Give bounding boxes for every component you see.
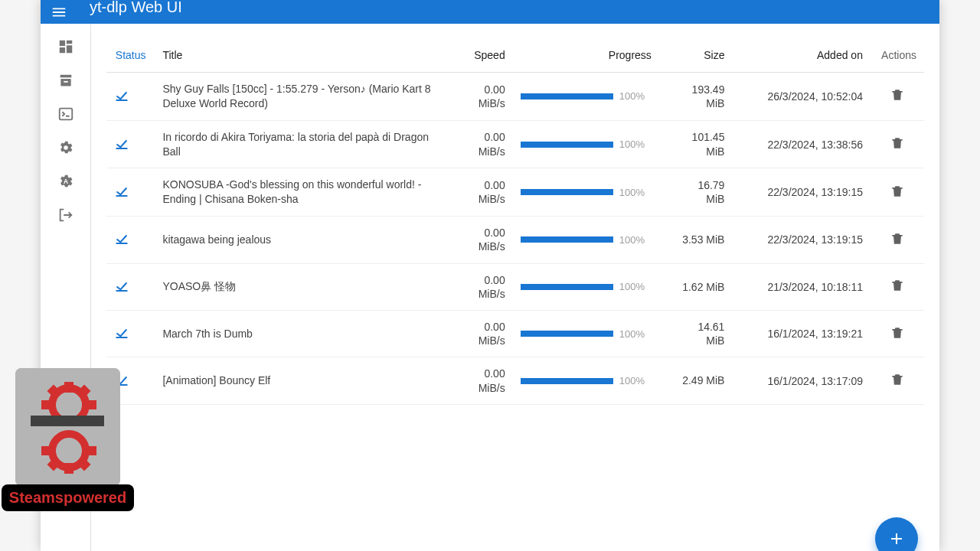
row-title: March 7th is Dumb (155, 310, 447, 357)
app-window: yt-dlp Web UI A (41, 0, 939, 551)
delete-button[interactable] (890, 278, 905, 293)
delete-button[interactable] (890, 325, 905, 341)
delete-button[interactable] (890, 135, 905, 151)
row-added: 26/3/2024, 10:52:04 (732, 72, 871, 120)
svg-rect-10 (31, 416, 104, 426)
table-row: Shy Guy Falls [150cc] - 1:55.279 - Yerso… (106, 72, 924, 120)
row-speed: 0.00MiB/s (448, 72, 513, 120)
terminal-icon (57, 106, 74, 122)
sidebar-item-settings[interactable] (57, 139, 75, 157)
table-row: YOASO鼻 怪物0.00MiB/s100%1.62 MiB21/3/2024,… (106, 263, 924, 310)
progress-pct: 100% (619, 375, 652, 386)
col-speed: Speed (448, 39, 513, 72)
col-status: Status (106, 39, 155, 72)
progress: 100% (521, 328, 652, 340)
sidebar-item-dashboard[interactable] (57, 37, 75, 56)
delete-button[interactable] (890, 372, 905, 387)
progress-pct: 100% (619, 187, 652, 198)
done-icon (114, 184, 147, 200)
row-added: 22/3/2024, 13:19:15 (732, 217, 871, 263)
row-size: 3.53 MiB (659, 217, 733, 263)
settings-icon (57, 139, 74, 156)
row-size: 101.45MiB (659, 120, 733, 168)
sidebar-item-archive[interactable] (57, 71, 75, 90)
main: Status Title Speed Progress Size Added o… (91, 24, 939, 551)
sidebar-item-terminal[interactable] (57, 105, 75, 123)
titlebar: yt-dlp Web UI (41, 0, 939, 24)
logout-icon (57, 207, 74, 223)
progress: 100% (521, 234, 652, 246)
row-title: In ricordo di Akira Toriyama: la storia … (155, 120, 447, 168)
table-row: KONOSUBA -God's blessing on this wonderf… (106, 168, 924, 217)
row-speed: 0.00MiB/s (448, 217, 513, 263)
row-speed: 0.00MiB/s (448, 168, 513, 217)
row-added: 16/1/2024, 13:19:21 (732, 310, 871, 357)
row-added: 21/3/2024, 10:18:11 (732, 263, 871, 310)
col-title: Title (155, 39, 447, 72)
progress: 100% (521, 187, 652, 198)
progress-pct: 100% (619, 328, 652, 340)
row-speed: 0.00MiB/s (448, 120, 513, 168)
progress: 100% (521, 90, 652, 102)
table-row: [Animation] Bouncy Elf0.00MiB/s100%2.49 … (106, 357, 924, 404)
svg-rect-0 (64, 81, 68, 83)
row-added: 16/1/2024, 13:17:09 (732, 357, 871, 404)
sidebar-item-auto[interactable]: A (57, 172, 75, 191)
hamburger-icon (51, 4, 67, 21)
plus-icon (887, 530, 906, 548)
svg-rect-13 (86, 446, 96, 455)
row-size: 193.49MiB (659, 72, 733, 120)
row-speed: 0.00MiB/s (448, 310, 513, 357)
row-speed: 0.00MiB/s (448, 263, 513, 310)
row-size: 1.62 MiB (659, 263, 733, 310)
row-size: 16.79MiB (659, 168, 733, 217)
progress: 100% (521, 139, 652, 150)
table-row: kitagawa being jealous0.00MiB/s100%3.53 … (106, 217, 924, 263)
row-added: 22/3/2024, 13:19:15 (732, 168, 871, 217)
watermark-label: Steamspowered (2, 484, 134, 511)
downloads-table: Status Title Speed Progress Size Added o… (106, 39, 924, 405)
menu-button[interactable] (50, 3, 68, 21)
row-size: 2.49 MiB (659, 357, 733, 404)
progress-pct: 100% (619, 234, 652, 246)
progress-pct: 100% (619, 281, 652, 292)
delete-button[interactable] (890, 184, 905, 199)
delete-button[interactable] (890, 87, 905, 103)
gear-logo-icon (15, 368, 120, 486)
progress: 100% (521, 281, 652, 292)
archive-icon (57, 72, 74, 89)
row-speed: 0.00MiB/s (448, 357, 513, 404)
svg-rect-12 (64, 463, 74, 474)
watermark: Steamspowered (15, 368, 120, 511)
table-row: March 7th is Dumb0.00MiB/s100%14.61MiB16… (106, 310, 924, 357)
svg-rect-6 (86, 400, 96, 409)
row-added: 22/3/2024, 13:38:56 (732, 120, 871, 168)
row-title: Shy Guy Falls [150cc] - 1:55.279 - Yerso… (155, 72, 447, 120)
col-size: Size (659, 39, 733, 72)
auto-settings-icon: A (57, 173, 74, 190)
svg-rect-1 (59, 109, 72, 120)
sidebar-item-logout[interactable] (57, 206, 75, 224)
svg-text:A: A (64, 178, 68, 185)
svg-rect-5 (64, 382, 74, 393)
watermark-logo (15, 368, 120, 486)
dashboard-icon (57, 38, 74, 55)
done-icon (114, 232, 147, 247)
svg-rect-14 (41, 446, 52, 455)
done-icon (114, 137, 147, 152)
svg-rect-7 (41, 400, 52, 409)
row-title: KONOSUBA -God's blessing on this wonderf… (155, 168, 447, 217)
done-icon (114, 89, 147, 104)
row-title: YOASO鼻 怪物 (155, 263, 447, 310)
col-progress: Progress (513, 39, 659, 72)
row-size: 14.61MiB (659, 310, 733, 357)
done-icon (114, 279, 147, 295)
progress-pct: 100% (619, 139, 652, 150)
table-row: In ricordo di Akira Toriyama: la storia … (106, 120, 924, 168)
delete-button[interactable] (890, 231, 905, 246)
done-icon (114, 326, 147, 341)
app-title: yt-dlp Web UI (90, 0, 182, 16)
add-download-fab[interactable] (875, 517, 918, 551)
col-added: Added on (732, 39, 871, 72)
progress: 100% (521, 375, 652, 386)
